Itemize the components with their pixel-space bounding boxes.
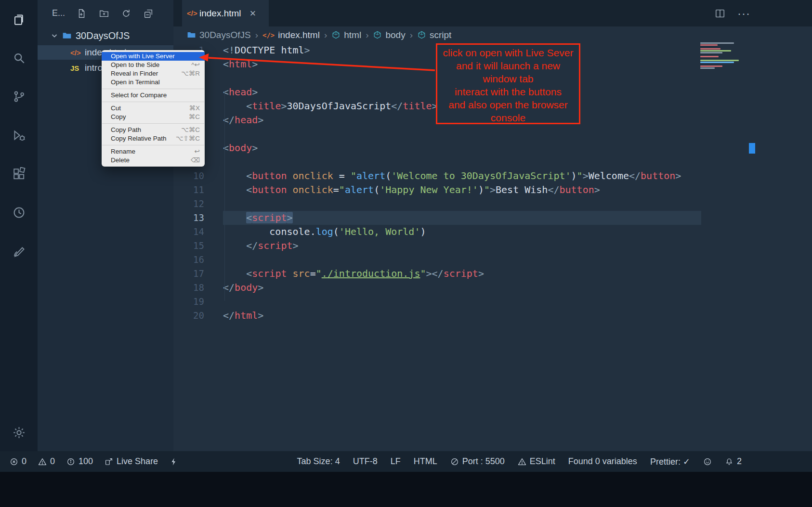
code-line[interactable]: 10 <button onclick = "alert('Welcome to …: [173, 169, 812, 183]
line-number[interactable]: 12: [173, 197, 204, 211]
code-line[interactable]: 16: [173, 253, 812, 267]
line-number[interactable]: 19: [173, 295, 204, 309]
code-token: =: [310, 268, 316, 279]
line-number[interactable]: 10: [173, 169, 204, 183]
menu-item[interactable]: Open in Terminal: [102, 78, 205, 87]
tab-size-indicator[interactable]: Tab Size: 4: [297, 456, 340, 467]
bolt-icon[interactable]: [170, 457, 178, 466]
menu-item[interactable]: Rename↩: [102, 147, 205, 156]
code-line[interactable]: 17 <script src="./introduction.js"></scr…: [173, 267, 812, 281]
encoding-indicator[interactable]: UTF-8: [353, 456, 378, 467]
breadcrumb-label: 30DaysOfJS: [199, 30, 251, 40]
eslint-status[interactable]: ESLint: [518, 456, 555, 467]
minimap-line: [700, 42, 734, 44]
tab-index-html[interactable]: </> index.html ×: [182, 0, 269, 26]
extensions-icon[interactable]: [0, 155, 38, 193]
new-file-icon[interactable]: [77, 8, 87, 19]
code-token: src: [293, 268, 310, 279]
code-line[interactable]: 9: [173, 155, 812, 169]
eol-indicator[interactable]: LF: [391, 456, 401, 467]
menu-item[interactable]: Open with Live Server: [102, 52, 205, 61]
line-number[interactable]: 15: [173, 239, 204, 253]
prettier-status[interactable]: Prettier: ✓: [650, 456, 690, 467]
line-number[interactable]: 17: [173, 267, 204, 281]
collapse-all-icon[interactable]: [143, 8, 154, 19]
menu-item[interactable]: Open to the Side^↩: [102, 61, 205, 69]
source-control-icon[interactable]: [0, 77, 38, 116]
menu-item[interactable]: Delete⌫: [102, 156, 205, 165]
menu-item[interactable]: Copy Path⌥⌘C: [102, 126, 205, 134]
pen-icon[interactable]: [0, 232, 38, 270]
code-token: ": [339, 184, 345, 195]
code-line[interactable]: 7: [173, 127, 812, 141]
clock-icon[interactable]: [0, 193, 38, 232]
code-line[interactable]: 11 <button onclick="alert('Happy New Yea…: [173, 183, 812, 197]
feedback-smiley-icon[interactable]: [703, 457, 712, 466]
code-token: 'Welcome to 30DaysOfJavaScript': [391, 170, 571, 182]
breadcrumb-label: script: [430, 30, 451, 40]
problems-infos[interactable]: 100: [66, 456, 93, 467]
tab-label: index.html: [199, 8, 241, 19]
code-token: </: [629, 170, 641, 182]
code-token: 'Happy New Year!': [380, 184, 478, 195]
code-token: 'Hello, World': [339, 226, 420, 237]
breadcrumb-symbol-html[interactable]: html: [331, 30, 361, 40]
explorer-icon[interactable]: [0, 0, 38, 39]
code-token: >: [426, 268, 432, 279]
code-line[interactable]: 15 </script>: [173, 239, 812, 253]
menu-item[interactable]: Reveal in Finder⌥⌘R: [102, 69, 205, 78]
bell-icon: [725, 457, 733, 466]
menu-item-shortcut: ^↩: [191, 61, 200, 69]
settings-gear-icon[interactable]: [0, 413, 38, 452]
language-indicator[interactable]: HTML: [414, 456, 437, 467]
split-editor-icon[interactable]: [715, 0, 725, 26]
problems-warnings[interactable]: 0: [38, 456, 55, 467]
code-line[interactable]: 12: [173, 197, 812, 211]
menu-item-label: Copy: [111, 113, 182, 121]
more-actions-icon[interactable]: ···: [737, 0, 750, 26]
breadcrumb-file[interactable]: </> index.html: [262, 30, 320, 40]
line-number[interactable]: 20: [173, 309, 204, 323]
search-icon[interactable]: [0, 39, 38, 77]
annotation-line: and also open the browser: [437, 98, 579, 111]
breadcrumb-symbol-script[interactable]: script: [417, 30, 451, 40]
notifications-bell[interactable]: 2: [725, 456, 742, 467]
minimap[interactable]: [700, 42, 745, 67]
code-token: </: [432, 268, 444, 279]
code-token: [223, 240, 246, 251]
line-number[interactable]: 14: [173, 225, 204, 239]
error-count: 0: [22, 456, 26, 467]
code-line[interactable]: 14 console.log('Hello, World'): [173, 225, 812, 239]
warning-icon: [518, 457, 526, 466]
line-number[interactable]: 13: [173, 211, 204, 225]
code-token: body: [229, 142, 252, 154]
code-token: (: [385, 170, 391, 182]
menu-item[interactable]: Select for Compare: [102, 91, 205, 100]
variables-status[interactable]: Found 0 variables: [568, 456, 637, 467]
new-folder-icon[interactable]: [99, 8, 109, 19]
line-number[interactable]: 11: [173, 183, 204, 197]
live-share-button[interactable]: Live Share: [105, 456, 158, 467]
line-number[interactable]: 18: [173, 281, 204, 295]
code-text: </head>: [223, 113, 263, 127]
menu-item[interactable]: Copy Relative Path⌥⇧⌘C: [102, 134, 205, 143]
code-token: [287, 170, 292, 182]
breadcrumb-symbol-body[interactable]: body: [373, 30, 405, 40]
menu-item[interactable]: Copy⌘C: [102, 113, 205, 121]
code-line[interactable]: 19: [173, 295, 812, 309]
line-number[interactable]: 16: [173, 253, 204, 267]
code-line[interactable]: 18</body>: [173, 281, 812, 295]
close-icon[interactable]: ×: [250, 8, 256, 19]
live-server-port[interactable]: Port : 5500: [450, 456, 505, 467]
code-line[interactable]: 20</html>: [173, 309, 812, 323]
code-token: alert: [356, 170, 385, 182]
scrollbar-marker: [749, 143, 755, 154]
problems-errors[interactable]: 0: [10, 456, 26, 467]
menu-item[interactable]: Cut⌘X: [102, 104, 205, 113]
folder-row-30daysofjs[interactable]: 30DaysOfJS: [38, 28, 173, 43]
refresh-icon[interactable]: [121, 8, 131, 19]
code-line[interactable]: 8<body>: [173, 141, 812, 155]
breadcrumb-folder[interactable]: 30DaysOfJS: [187, 30, 251, 40]
code-token: button: [252, 170, 287, 182]
run-debug-icon[interactable]: [0, 116, 38, 155]
